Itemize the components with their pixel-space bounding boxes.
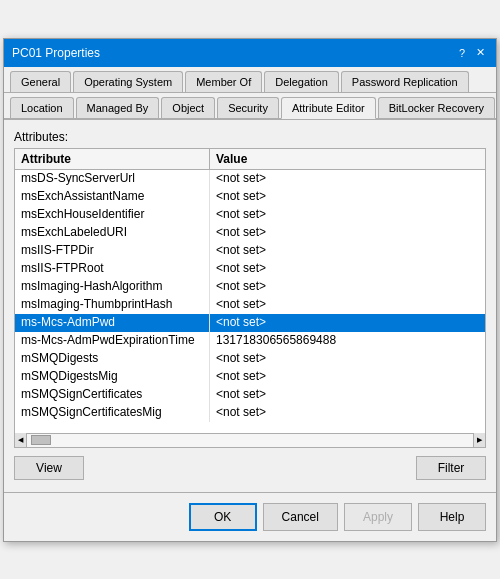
table-row[interactable]: ms-Mcs-AdmPwdExpirationTime1317183065658… bbox=[15, 332, 485, 350]
tab-delegation[interactable]: Delegation bbox=[264, 71, 339, 92]
cell-value: <not set> bbox=[210, 314, 485, 332]
tab-managed-by[interactable]: Managed By bbox=[76, 97, 160, 118]
table-row[interactable]: mSMQDigests<not set> bbox=[15, 350, 485, 368]
cell-attribute: msExchLabeledURI bbox=[15, 224, 210, 242]
col-value: Value bbox=[210, 149, 485, 169]
filter-button[interactable]: Filter bbox=[416, 456, 486, 480]
tab-security[interactable]: Security bbox=[217, 97, 279, 118]
cell-value: <not set> bbox=[210, 206, 485, 224]
cell-value: <not set> bbox=[210, 224, 485, 242]
tab-password-replication[interactable]: Password Replication bbox=[341, 71, 469, 92]
cell-value: <not set> bbox=[210, 368, 485, 386]
cell-value: <not set> bbox=[210, 242, 485, 260]
ok-button[interactable]: OK bbox=[189, 503, 257, 531]
title-bar: PC01 Properties ? ✕ bbox=[4, 39, 496, 67]
cell-attribute: mSMQDigestsMig bbox=[15, 368, 210, 386]
cell-value: <not set> bbox=[210, 350, 485, 368]
cell-value: <not set> bbox=[210, 188, 485, 206]
cell-attribute: msIIS-FTPDir bbox=[15, 242, 210, 260]
help-button[interactable]: ? bbox=[454, 45, 470, 61]
cell-attribute: ms-Mcs-AdmPwd bbox=[15, 314, 210, 332]
tab-attribute-editor[interactable]: Attribute Editor bbox=[281, 97, 376, 119]
cell-attribute: msIIS-FTPRoot bbox=[15, 260, 210, 278]
scroll-right-arrow[interactable]: ▶ bbox=[473, 433, 485, 447]
table-row[interactable]: msImaging-ThumbprintHash<not set> bbox=[15, 296, 485, 314]
tab-location[interactable]: Location bbox=[10, 97, 74, 118]
cell-value: 131718306565869488 bbox=[210, 332, 485, 350]
tab-rows-wrapper: General Operating System Member Of Deleg… bbox=[4, 67, 496, 120]
content-area: Attributes: Attribute Value msDS-SyncSer… bbox=[4, 120, 496, 490]
attributes-table: Attribute Value msDS-SyncServerUrl<not s… bbox=[14, 148, 486, 448]
window-title: PC01 Properties bbox=[12, 46, 100, 60]
help-bottom-button[interactable]: Help bbox=[418, 503, 486, 531]
table-row[interactable]: msDS-SyncServerUrl<not set> bbox=[15, 170, 485, 188]
table-row[interactable]: ms-Mcs-AdmPwd<not set> bbox=[15, 314, 485, 332]
cell-attribute: msImaging-ThumbprintHash bbox=[15, 296, 210, 314]
table-row[interactable]: msImaging-HashAlgorithm<not set> bbox=[15, 278, 485, 296]
view-filter-row: View Filter bbox=[14, 456, 486, 480]
cell-value: <not set> bbox=[210, 260, 485, 278]
cell-attribute: mSMQDigests bbox=[15, 350, 210, 368]
cell-attribute: mSMQSignCertificatesMig bbox=[15, 404, 210, 422]
col-attribute: Attribute bbox=[15, 149, 210, 169]
view-button[interactable]: View bbox=[14, 456, 84, 480]
table-body[interactable]: msDS-SyncServerUrl<not set>msExchAssista… bbox=[15, 170, 485, 433]
cell-attribute: ms-Mcs-AdmPwdExpirationTime bbox=[15, 332, 210, 350]
table-row[interactable]: msExchAssistantName<not set> bbox=[15, 188, 485, 206]
horizontal-scrollbar[interactable]: ◀ ▶ bbox=[15, 433, 485, 447]
cell-attribute: msExchHouseIdentifier bbox=[15, 206, 210, 224]
tab-bitlocker[interactable]: BitLocker Recovery bbox=[378, 97, 495, 118]
tab-operating-system[interactable]: Operating System bbox=[73, 71, 183, 92]
table-row[interactable]: msExchLabeledURI<not set> bbox=[15, 224, 485, 242]
apply-button[interactable]: Apply bbox=[344, 503, 412, 531]
cell-attribute: msImaging-HashAlgorithm bbox=[15, 278, 210, 296]
tab-row-1: General Operating System Member Of Deleg… bbox=[4, 67, 496, 93]
cell-value: <not set> bbox=[210, 386, 485, 404]
cell-value: <not set> bbox=[210, 278, 485, 296]
table-row[interactable]: mSMQSignCertificatesMig<not set> bbox=[15, 404, 485, 422]
cell-attribute: msDS-SyncServerUrl bbox=[15, 170, 210, 188]
close-button[interactable]: ✕ bbox=[472, 45, 488, 61]
tab-object[interactable]: Object bbox=[161, 97, 215, 118]
properties-window: PC01 Properties ? ✕ General Operating Sy… bbox=[3, 38, 497, 542]
cancel-button[interactable]: Cancel bbox=[263, 503, 338, 531]
scroll-left-arrow[interactable]: ◀ bbox=[15, 433, 27, 447]
cell-value: <not set> bbox=[210, 296, 485, 314]
cell-value: <not set> bbox=[210, 170, 485, 188]
scroll-thumb[interactable] bbox=[31, 435, 51, 445]
table-row[interactable]: msExchHouseIdentifier<not set> bbox=[15, 206, 485, 224]
tab-general[interactable]: General bbox=[10, 71, 71, 92]
cell-value: <not set> bbox=[210, 404, 485, 422]
table-row[interactable]: msIIS-FTPRoot<not set> bbox=[15, 260, 485, 278]
scroll-track[interactable] bbox=[27, 435, 473, 445]
tab-row-2: Location Managed By Object Security Attr… bbox=[4, 93, 496, 119]
table-row[interactable]: mSMQDigestsMig<not set> bbox=[15, 368, 485, 386]
attributes-label: Attributes: bbox=[14, 130, 486, 144]
cell-attribute: mSMQSignCertificates bbox=[15, 386, 210, 404]
table-row[interactable]: msIIS-FTPDir<not set> bbox=[15, 242, 485, 260]
table-row[interactable]: mSMQSignCertificates<not set> bbox=[15, 386, 485, 404]
table-header: Attribute Value bbox=[15, 149, 485, 170]
tab-member-of[interactable]: Member Of bbox=[185, 71, 262, 92]
title-bar-buttons: ? ✕ bbox=[454, 45, 488, 61]
bottom-buttons: OK Cancel Apply Help bbox=[4, 492, 496, 541]
cell-attribute: msExchAssistantName bbox=[15, 188, 210, 206]
